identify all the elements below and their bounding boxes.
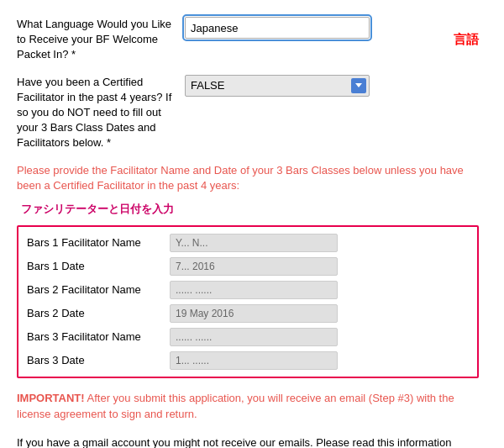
- gmail-notice: If you have a gmail account you might no…: [17, 435, 479, 448]
- bars1-date-input[interactable]: [170, 257, 338, 276]
- table-row: Bars 2 Facilitator Name: [27, 281, 469, 299]
- bars3-facilitator-input[interactable]: [170, 328, 338, 346]
- table-row: Bars 1 Date: [27, 257, 469, 276]
- table-row: Bars 3 Date: [27, 351, 469, 370]
- bars2-date-input[interactable]: [170, 304, 338, 323]
- certified-select-wrapper: FALSE TRUE: [185, 75, 479, 97]
- language-field-row: What Language Would you Like to Receive …: [17, 17, 479, 63]
- instruction-text: Please provide the Facilitator Name and …: [17, 163, 479, 193]
- certified-field-row: Have you been a Certified Facilitator in…: [17, 75, 479, 151]
- certified-dropdown-wrapper: FALSE TRUE: [185, 75, 370, 97]
- bars3-date-label: Bars 3 Date: [27, 354, 170, 366]
- table-row: Bars 2 Date: [27, 304, 469, 323]
- japanese-label: 言語: [454, 32, 479, 48]
- bars1-facilitator-label: Bars 1 Facilitator Name: [27, 236, 170, 249]
- certified-question-label: Have you been a Certified Facilitator in…: [17, 75, 185, 151]
- bars1-facilitator-input[interactable]: [170, 234, 338, 252]
- language-input-wrapper: [185, 17, 445, 39]
- important-label: IMPORTANT!: [17, 392, 85, 404]
- bars2-date-label: Bars 2 Date: [27, 307, 170, 319]
- important-text-block: IMPORTANT! After you submit this applica…: [17, 390, 479, 423]
- bars-table-container: Bars 1 Facilitator Name Bars 1 Date Bars…: [17, 225, 479, 378]
- language-input[interactable]: [185, 17, 370, 39]
- bars2-facilitator-label: Bars 2 Facilitator Name: [27, 283, 170, 296]
- language-question-label: What Language Would you Like to Receive …: [17, 17, 185, 63]
- bars2-facilitator-input[interactable]: [170, 281, 338, 299]
- table-row: Bars 1 Facilitator Name: [27, 234, 469, 252]
- overlay-japanese-text: ファシリテーターと日付を入力: [21, 202, 174, 217]
- table-row: Bars 3 Facilitator Name: [27, 328, 469, 346]
- gmail-text-1: If you have a gmail account you might no…: [17, 436, 451, 448]
- instruction-block: Please provide the Facilitator Name and …: [17, 163, 479, 217]
- bars3-date-input[interactable]: [170, 351, 338, 370]
- instruction-row: Please provide the Facilitator Name and …: [17, 163, 479, 217]
- certified-dropdown[interactable]: FALSE TRUE: [185, 75, 370, 97]
- bars3-facilitator-label: Bars 3 Facilitator Name: [27, 330, 170, 343]
- bars1-date-label: Bars 1 Date: [27, 260, 170, 272]
